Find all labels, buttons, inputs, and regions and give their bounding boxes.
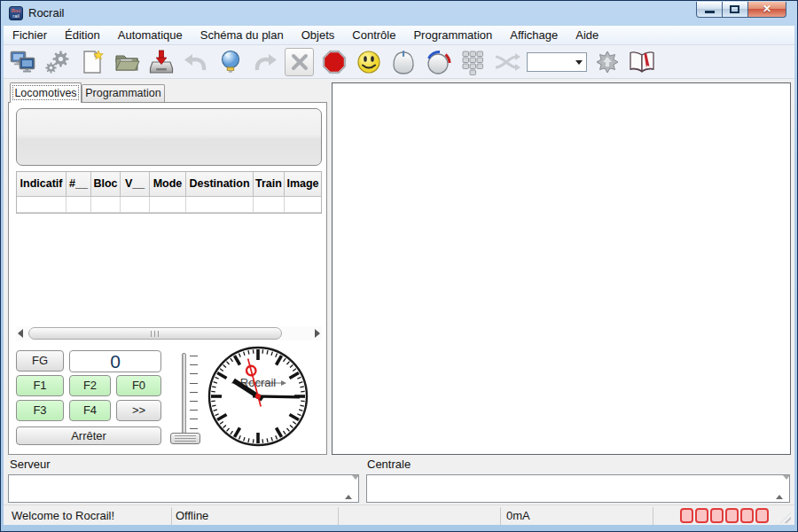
track-power-indicators — [680, 508, 769, 523]
col-vitesse[interactable]: V__ — [121, 172, 150, 197]
workstation-button[interactable] — [8, 48, 37, 76]
f1-button[interactable]: F1 — [16, 375, 64, 396]
menu-fichier[interactable]: Fichier — [4, 26, 56, 44]
more-functions-button[interactable]: >> — [116, 400, 161, 421]
workstation-icon — [10, 49, 36, 75]
properties-button[interactable] — [43, 48, 72, 76]
menu-automatique[interactable]: Automatique — [109, 26, 192, 44]
col-bloc[interactable]: Bloc — [91, 172, 121, 197]
menu-edition[interactable]: Édition — [56, 26, 109, 44]
power-button[interactable] — [215, 48, 245, 76]
connection-status: Offline — [176, 509, 208, 522]
mouse-throttle-button[interactable] — [388, 48, 418, 76]
save-icon — [148, 49, 175, 75]
regulator-button[interactable] — [423, 48, 452, 76]
resize-grip[interactable] — [780, 512, 791, 523]
col-train[interactable]: Train — [254, 172, 285, 197]
scrollbar-grip-icon — [151, 331, 160, 337]
menu-controle[interactable]: Contrôle — [343, 26, 404, 44]
cancel-button[interactable] — [285, 48, 314, 76]
maximize-button[interactable] — [723, 2, 747, 18]
col-mode[interactable]: Mode — [150, 172, 186, 197]
go-button[interactable] — [354, 48, 383, 76]
cancel-x-icon — [290, 52, 309, 72]
col-address[interactable]: #__ — [66, 172, 91, 197]
server-log-scroll[interactable] — [345, 480, 356, 496]
power-indicator — [725, 508, 739, 523]
help-button[interactable] — [627, 48, 656, 76]
open-folder-icon — [113, 49, 140, 75]
scroll-down-icon[interactable] — [783, 475, 790, 495]
save-button[interactable] — [146, 48, 176, 76]
analog-clock: Rocrail — [205, 343, 311, 450]
emergency-stop-button[interactable] — [319, 48, 348, 76]
menu-objets[interactable]: Objets — [293, 26, 344, 44]
status-bar: Welcome to Rocrail! Offline 0mA — [4, 505, 794, 525]
power-indicator — [710, 508, 724, 523]
power-indicator — [740, 508, 754, 523]
menu-aide[interactable]: Aide — [567, 26, 607, 44]
central-log[interactable] — [366, 474, 790, 503]
minimize-button[interactable] — [696, 2, 723, 18]
f3-button[interactable]: F3 — [16, 400, 64, 421]
keypad-icon — [459, 49, 486, 75]
plan-canvas — [332, 82, 791, 455]
go-smiley-icon — [356, 49, 382, 75]
loco-table: Indicatif #__ Bloc V__ Mode Destination … — [16, 171, 322, 214]
routes-shuffle-icon — [494, 49, 520, 75]
chevron-down-icon — [575, 60, 583, 65]
speed-slider-thumb[interactable] — [170, 433, 200, 444]
power-lamp-icon — [217, 49, 244, 75]
accessory-badge-icon — [594, 49, 621, 75]
scrollbar-thumb[interactable] — [28, 327, 282, 340]
emergency-stop-icon — [321, 49, 348, 75]
menu-affichage[interactable]: Affichage — [501, 26, 567, 44]
f4-button[interactable]: F4 — [69, 400, 111, 421]
col-image[interactable]: Image — [285, 172, 321, 197]
scroll-down-icon[interactable] — [352, 475, 359, 495]
loco-combobox[interactable] — [527, 52, 587, 72]
app-icon: Rocrail — [9, 6, 23, 20]
tab-programmation[interactable]: Programmation — [82, 84, 165, 102]
col-indicatif[interactable]: Indicatif — [17, 172, 66, 197]
scroll-left-icon[interactable] — [18, 329, 23, 338]
close-button[interactable]: ✕ — [747, 2, 786, 18]
titlebar: Rocrail Rocrail ✕ — [1, 1, 797, 26]
central-log-scroll[interactable] — [776, 480, 786, 496]
col-destination[interactable]: Destination — [186, 172, 254, 197]
status-message: Welcome to Rocrail! — [12, 509, 114, 522]
horizontal-scrollbar[interactable] — [16, 326, 322, 340]
server-log[interactable] — [8, 474, 359, 503]
close-icon: ✕ — [748, 3, 786, 15]
fg-button[interactable]: FG — [16, 350, 64, 372]
routes-button[interactable] — [492, 48, 521, 76]
loco-table-header: Indicatif #__ Bloc V__ Mode Destination … — [17, 172, 321, 197]
main-area: Locomotives Programmation Indicatif #__ … — [4, 79, 794, 455]
central-label: Centrale — [367, 458, 411, 471]
f2-button[interactable]: F2 — [69, 375, 111, 396]
f0-button[interactable]: F0 — [116, 375, 161, 396]
new-plan-button[interactable] — [77, 48, 106, 76]
power-indicator — [695, 508, 708, 523]
maximize-icon — [730, 5, 739, 13]
menu-programmation[interactable]: Programmation — [404, 26, 501, 44]
new-document-icon — [79, 49, 106, 75]
open-plan-button[interactable] — [112, 48, 141, 76]
accessory-button[interactable] — [592, 48, 622, 76]
current-draw: 0mA — [506, 509, 530, 522]
server-label: Serveur — [10, 458, 51, 471]
minimize-icon — [705, 11, 715, 13]
app-body: Fichier Édition Automatique Schéma du pl… — [4, 26, 794, 525]
scroll-up-icon[interactable] — [776, 480, 783, 499]
speed-display: 0 — [69, 350, 161, 372]
stop-loco-button[interactable]: Arrêter — [16, 426, 161, 445]
scroll-up-icon[interactable] — [345, 480, 352, 499]
mouse-throttle-icon — [390, 49, 417, 75]
keypad-button[interactable] — [458, 48, 487, 76]
undo-button[interactable] — [181, 48, 210, 76]
app-window: Rocrail Rocrail ✕ Fichier Édition Automa… — [0, 0, 798, 532]
menu-schema-du-plan[interactable]: Schéma du plan — [192, 26, 293, 44]
redo-button[interactable] — [250, 48, 279, 76]
tab-locomotives[interactable]: Locomotives — [10, 82, 82, 103]
scroll-right-icon[interactable] — [315, 329, 320, 338]
